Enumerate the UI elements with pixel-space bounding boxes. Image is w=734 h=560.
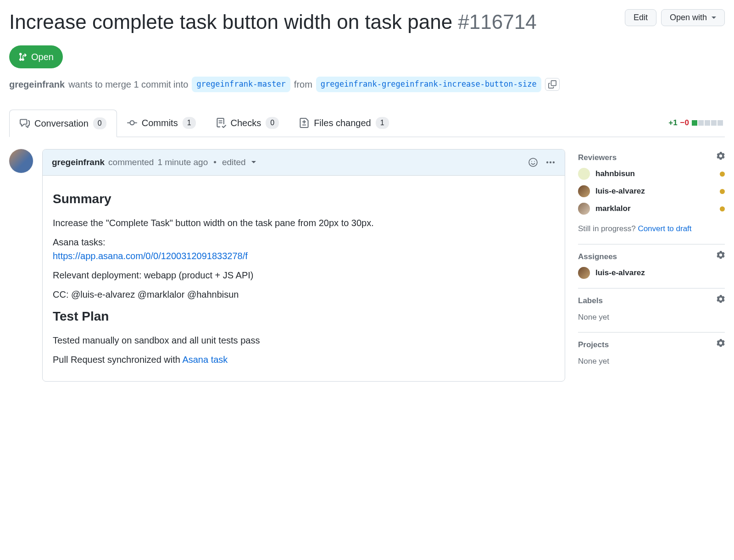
head-branch-chip[interactable]: gregeinfrank-gregeinfrank-increase-butto… [316,77,541,92]
projects-none: None yet [578,355,725,367]
projects-gear-button[interactable] [717,339,725,351]
comment-timestamp[interactable]: 1 minute ago [157,156,208,169]
reviewer-row[interactable]: luis-e-alvarez [578,185,725,197]
labels-section: Labels None yet [578,288,725,333]
kebab-menu-button[interactable] [545,157,556,167]
asana-task-link[interactable]: Asana task [182,355,228,365]
chevron-down-icon [712,17,716,19]
avatar [578,267,590,279]
files-count: 1 [376,117,389,129]
emoji-reaction-button[interactable] [528,157,538,167]
reviewer-row[interactable]: marklalor [578,203,725,215]
diffstat: +1 −0 [668,117,725,129]
labels-none: None yet [578,311,725,323]
pr-tabs: Conversation 0 Commits 1 Checks 0 Files … [9,110,725,137]
checklist-icon [216,118,226,128]
pr-title-text: Increase complete task button width on t… [9,11,458,33]
tab-files-changed[interactable]: Files changed 1 [289,110,399,136]
open-with-button[interactable]: Open with [661,9,725,26]
state-open-badge: Open [9,45,63,68]
edit-button[interactable]: Edit [625,9,656,26]
convert-to-draft-link[interactable]: Convert to draft [638,224,691,233]
tab-conversation[interactable]: Conversation 0 [9,110,117,137]
comment-box: gregeinfrank commented 1 minute ago • ed… [42,149,565,382]
assignee-row[interactable]: luis-e-alvarez [578,267,725,279]
tab-commits[interactable]: Commits 1 [117,110,206,136]
review-pending-icon [720,172,725,177]
svg-point-5 [553,161,555,163]
avatar [578,168,590,180]
commits-count: 1 [183,117,196,129]
smiley-icon [528,157,538,167]
diff-additions: +1 [668,117,677,129]
comment-author[interactable]: gregeinfrank [52,156,105,169]
svg-point-2 [534,161,535,162]
svg-point-1 [531,161,532,162]
comment-body: Summary Increase the "Complete Task" but… [43,176,565,381]
gear-icon [717,152,725,160]
comment-header: gregeinfrank commented 1 minute ago • ed… [43,150,565,176]
labels-gear-button[interactable] [717,295,725,307]
avatar [578,185,590,197]
copy-icon [548,80,556,89]
gear-icon [717,295,725,303]
review-pending-icon [720,189,725,194]
assignees-section: Assignees luis-e-alvarez [578,244,725,289]
pr-author[interactable]: gregeinfrank [9,78,65,91]
conversation-count: 0 [93,117,106,129]
asana-link[interactable]: https://app.asana.com/0/0/12003120918332… [53,251,248,261]
gear-icon [717,251,725,259]
diff-blocks [692,120,723,126]
checks-count: 0 [266,117,279,129]
diff-deletions: −0 [680,117,689,129]
summary-heading: Summary [53,189,555,209]
copy-branch-button[interactable] [545,78,560,91]
git-pull-request-icon [18,52,28,61]
chevron-down-icon[interactable] [251,161,256,163]
svg-point-3 [546,161,548,163]
svg-point-0 [529,158,537,166]
base-branch-chip[interactable]: gregeinfrank-master [192,77,290,92]
kebab-icon [545,157,556,167]
reviewer-row[interactable]: hahnbisun [578,168,725,180]
state-label: Open [31,50,54,64]
tab-checks[interactable]: Checks 0 [206,110,289,136]
avatar[interactable] [9,149,33,173]
pr-title: Increase complete task button width on t… [9,9,616,34]
gear-icon [717,339,725,347]
test-plan-heading: Test Plan [53,307,555,326]
git-commit-icon [127,118,137,128]
projects-section: Projects None yet [578,333,725,376]
merge-description: gregeinfrank wants to merge 1 commit int… [9,77,725,92]
sidebar: Reviewers hahnbisun luis-e-alvarez [578,149,725,382]
svg-point-4 [550,161,551,163]
assignees-gear-button[interactable] [717,251,725,263]
reviewers-section: Reviewers hahnbisun luis-e-alvarez [578,149,725,244]
avatar [578,203,590,215]
file-diff-icon [299,118,309,128]
comment-discussion-icon [20,118,30,128]
issue-number: #116714 [458,11,536,33]
reviewers-gear-button[interactable] [717,152,725,164]
review-pending-icon [720,206,725,211]
